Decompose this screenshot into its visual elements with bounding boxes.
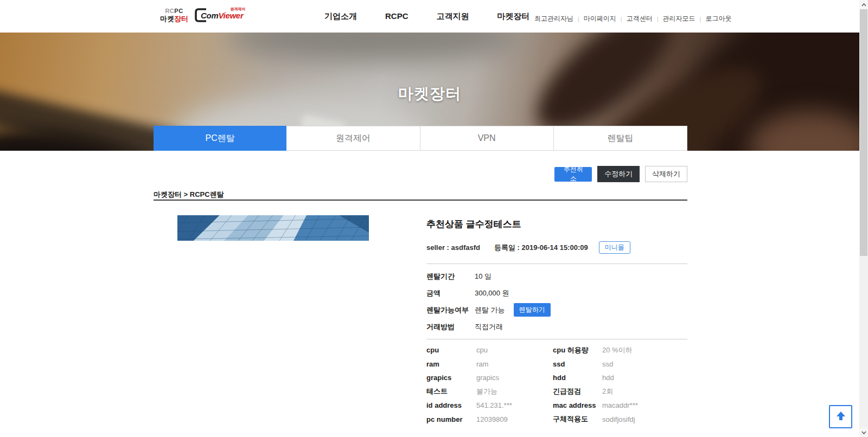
user-link-customer-center[interactable]: 고객센터: [627, 14, 653, 23]
spec-label: cpu: [426, 343, 476, 357]
spec-value: ram: [476, 357, 553, 371]
header: RCPC 마켓장터 ComViewer 원격제어 기업소개 RCPC 고객지원 …: [0, 0, 868, 33]
spec-label: ssd: [553, 357, 602, 371]
divider: |: [700, 16, 701, 22]
seller-label: seller : asdfasfd: [426, 243, 480, 252]
table-row: 금액 300,000 원: [426, 285, 687, 301]
user-link-admin-name[interactable]: 최고관리자님: [534, 14, 573, 23]
row-value: 직접거래: [475, 322, 503, 332]
divider: [426, 339, 687, 339]
up-arrow-icon: [835, 410, 847, 423]
hero-title: 마켓장터: [0, 83, 859, 104]
scroll-top-button[interactable]: [829, 405, 852, 428]
spec-value: 12039809: [476, 413, 553, 427]
spec-label: mac address: [553, 399, 602, 413]
spec-value: ssd: [602, 357, 687, 371]
minimall-button[interactable]: 미니몰: [599, 241, 630, 254]
spec-label: grapics: [426, 371, 476, 385]
spec-label: hdd: [553, 371, 602, 385]
spec-value: grapics: [476, 371, 553, 385]
spec-value: 20 %이하: [602, 343, 687, 357]
recommend-cancel-button[interactable]: 추천취소: [554, 167, 592, 182]
logo-text: Viewer: [218, 11, 243, 20]
spec-label: 구체적용도: [553, 413, 602, 427]
table-row: 거래방법 직접거래: [426, 318, 687, 335]
spec-value: sodifjosifdj: [602, 413, 687, 427]
spec-value: 2회: [602, 385, 687, 399]
post-actions: 추천취소 수정하기 삭제하기: [554, 166, 687, 182]
registered-date: 등록일 : 2019-06-14 15:00:09: [494, 243, 588, 253]
row-label: 렌탈가능여부: [426, 305, 475, 315]
scrollbar-thumb[interactable]: [860, 9, 867, 256]
user-link-admin-mode[interactable]: 관리자모드: [663, 14, 695, 23]
spec-value: 불가능: [476, 385, 553, 399]
user-link-mypage[interactable]: 마이페이지: [584, 14, 616, 23]
section-divider: [154, 200, 687, 201]
rcpc-logo: RCPC 마켓장터: [160, 8, 188, 23]
user-links: 최고관리자님| 마이페이지| 고객센터| 관리자모드| 로그아웃: [534, 14, 731, 23]
row-value: 10 일: [475, 272, 492, 281]
product-meta: seller : asdfasfd 등록일 : 2019-06-14 15:00…: [426, 242, 687, 253]
chevron-up-icon[interactable]: [859, 0, 868, 9]
spec-label: 긴급점검: [553, 385, 602, 399]
edit-button[interactable]: 수정하기: [597, 166, 640, 182]
logo-text: Com: [201, 11, 218, 20]
divider: |: [657, 16, 659, 22]
spec-label: 테스트: [426, 385, 476, 399]
row-label: 거래방법: [426, 322, 475, 332]
table-row: 렌탈기간 10 일: [426, 268, 687, 285]
delete-button[interactable]: 삭제하기: [645, 166, 687, 182]
product-image: [177, 215, 369, 241]
comviewer-badge: 원격제어: [230, 7, 245, 12]
comviewer-logo: ComViewer 원격제어: [193, 5, 243, 25]
row-value: 렌탈 가능: [475, 305, 505, 315]
logo-text: RC: [165, 8, 174, 14]
chevron-down-icon[interactable]: [859, 428, 868, 437]
spec-value: macaddr***: [602, 399, 687, 413]
nav-item-rcpc[interactable]: RCPC: [385, 11, 409, 22]
row-value: 300,000 원: [475, 288, 509, 298]
breadcrumb: 마켓장터 > RCPC렌탈: [154, 190, 224, 200]
logo-text: 장터: [174, 15, 188, 23]
spec-value: 541.231.***: [476, 399, 553, 413]
spec-table: cpu cpu cpu 허용량 20 %이하 ram ram ssd ssd g…: [426, 343, 687, 426]
user-link-logout[interactable]: 로그아웃: [705, 14, 731, 23]
nav-item-support[interactable]: 고객지원: [437, 11, 469, 22]
row-label: 렌탈기간: [426, 272, 475, 281]
scrollbar[interactable]: [859, 0, 868, 437]
spec-value: cpu: [476, 343, 553, 357]
spec-label: pc number: [426, 413, 476, 427]
page: RCPC 마켓장터 ComViewer 원격제어 기업소개 RCPC 고객지원 …: [0, 0, 868, 437]
category-tabs: PC렌탈 원격제어 VPN 렌탈팁: [154, 126, 687, 151]
tab-rental-tip[interactable]: 렌탈팁: [554, 126, 687, 151]
rental-info-table: 렌탈기간 10 일 금액 300,000 원 렌탈가능여부 렌탈 가능 렌탈하기…: [426, 264, 687, 339]
nav-item-company[interactable]: 기업소개: [324, 11, 357, 22]
product-detail: 추천상품 글수정테스트 seller : asdfasfd 등록일 : 2019…: [426, 215, 687, 426]
spec-label: ram: [426, 357, 476, 371]
logo-text: PC: [174, 8, 183, 14]
table-row: 렌탈가능여부 렌탈 가능 렌탈하기: [426, 301, 687, 318]
row-label: 금액: [426, 288, 475, 298]
site-logo[interactable]: RCPC 마켓장터 ComViewer 원격제어: [160, 5, 243, 25]
tab-vpn[interactable]: VPN: [420, 126, 554, 151]
nav-item-market[interactable]: 마켓장터: [497, 11, 530, 22]
spec-value: hdd: [602, 371, 687, 385]
tab-remote-control[interactable]: 원격제어: [286, 126, 420, 151]
divider: |: [578, 16, 579, 22]
spec-label: id address: [426, 399, 476, 413]
product-title: 추천상품 글수정테스트: [426, 218, 687, 230]
logo-text: 마켓: [160, 15, 174, 23]
divider: |: [621, 16, 622, 22]
rent-now-button[interactable]: 렌탈하기: [514, 303, 551, 317]
main-nav: 기업소개 RCPC 고객지원 마켓장터: [324, 11, 530, 22]
spec-label: cpu 허용량: [553, 343, 602, 357]
tab-pc-rental[interactable]: PC렌탈: [154, 126, 286, 151]
